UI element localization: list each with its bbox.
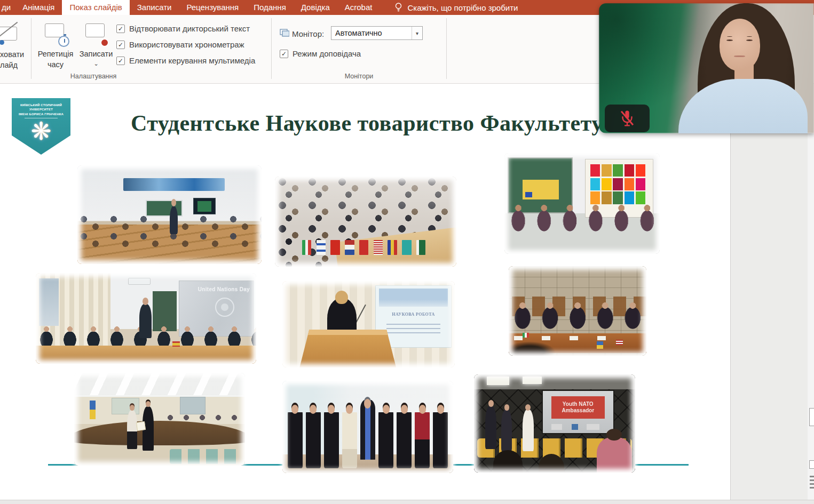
monitor-label: Монітор: bbox=[292, 29, 324, 38]
hide-slide-icon bbox=[0, 23, 19, 47]
play-narrations-checkbox-row: ✓ Відтворювати дикторський текст bbox=[116, 24, 250, 33]
un-day-caption: United Nations Day bbox=[198, 286, 250, 292]
media-controls-label: Елементи керування мультимедіа bbox=[129, 56, 255, 65]
slide-photo-panel-flags[interactable] bbox=[509, 266, 646, 356]
next-slide-buttons[interactable] bbox=[810, 476, 814, 490]
slide-photo-sdg-discussion[interactable] bbox=[504, 153, 660, 254]
university-logo[interactable]: КИЇВСЬКИЙ СТОЛИЧНИЙ УНІВЕРСИТЕТ ІМЕНІ БО… bbox=[12, 98, 70, 155]
rehearse-timings-icon bbox=[44, 22, 67, 46]
scrollbar-thumb[interactable] bbox=[809, 408, 814, 426]
media-controls-checkbox-row: ✓ Елементи керування мультимедіа bbox=[116, 56, 255, 65]
status-bar-edge bbox=[0, 500, 814, 504]
tell-me-label: Скажіть, що потрібно зробити bbox=[407, 3, 518, 12]
ribbon-group-divider bbox=[271, 18, 272, 79]
webcam-video-overlay bbox=[599, 3, 814, 133]
media-controls-checkbox[interactable]: ✓ bbox=[116, 57, 125, 65]
play-narrations-label: Відтворювати дикторський текст bbox=[129, 24, 250, 33]
monitor-dropdown-value: Автоматично bbox=[331, 29, 412, 37]
slide-photo-group-photo[interactable] bbox=[282, 381, 453, 473]
monitors-group-label: Монітори bbox=[299, 73, 419, 80]
ribbon-divider bbox=[31, 18, 31, 79]
un-emblem-icon bbox=[215, 298, 234, 317]
slide-side-panel bbox=[730, 84, 808, 500]
tab-help[interactable]: Довідка bbox=[294, 0, 337, 15]
slide-title[interactable]: Студентське Наукове товариство Факультет… bbox=[131, 110, 603, 136]
slide-photo-lecture-hall[interactable] bbox=[77, 165, 262, 264]
hide-slide-label-line2: лайд bbox=[0, 61, 18, 69]
record-slideshow-button[interactable]: Записати ⌄ bbox=[79, 21, 113, 67]
scrollbar-button[interactable] bbox=[809, 460, 814, 469]
use-timings-checkbox[interactable]: ✓ bbox=[116, 41, 125, 49]
tab-slideshow[interactable]: Показ слайдів bbox=[62, 0, 129, 15]
ribbon-group-divider bbox=[446, 18, 447, 79]
slide-photo-flags-audience[interactable] bbox=[275, 177, 456, 267]
slide-photo-nato-event[interactable]: Youth NATO Ambassador bbox=[474, 374, 635, 473]
logo-text-line1: КИЇВСЬКИЙ СТОЛИЧНИЙ УНІВЕРСИТЕТ bbox=[12, 103, 70, 112]
logo-starburst: ❋ bbox=[12, 118, 70, 144]
chevron-down-icon: ⌄ bbox=[79, 61, 113, 67]
mic-muted-button[interactable] bbox=[605, 105, 650, 132]
play-narrations-checkbox[interactable]: ✓ bbox=[116, 25, 125, 33]
presenter-view-checkbox-row: ✓ Режим доповідача bbox=[280, 49, 361, 58]
projected-slide-caption: НАУКОВА РОБОТА bbox=[381, 311, 446, 318]
tab-animation[interactable]: Анімація bbox=[15, 0, 62, 15]
slide-photo-award-ceremony[interactable] bbox=[74, 373, 245, 466]
monitor-icon bbox=[280, 29, 289, 37]
slide-canvas[interactable]: КИЇВСЬКИЙ СТОЛИЧНИЙ УНІВЕРСИТЕТ ІМЕНІ БО… bbox=[0, 84, 730, 500]
tell-me-search[interactable]: Скажіть, що потрібно зробити bbox=[394, 0, 518, 15]
tab-transitions-partial[interactable]: ди bbox=[0, 0, 15, 15]
settings-group-label: Налаштування bbox=[32, 73, 155, 80]
tab-review[interactable]: Рецензування bbox=[179, 0, 246, 15]
slide-photo-un-day[interactable]: United Nations Day bbox=[36, 273, 256, 364]
nato-slide-caption: Youth NATO Ambassador bbox=[552, 401, 604, 414]
tab-acrobat[interactable]: Acrobat bbox=[337, 0, 380, 15]
mic-muted-icon bbox=[619, 109, 635, 127]
monitor-dropdown[interactable]: Автоматично ▾ bbox=[331, 26, 423, 40]
tab-view[interactable]: Подання bbox=[246, 0, 294, 15]
use-timings-label: Використовувати хронометраж bbox=[129, 40, 244, 49]
lightbulb-icon bbox=[394, 2, 402, 13]
presenter-view-checkbox[interactable]: ✓ bbox=[280, 50, 288, 58]
hide-slide-label-line1: ховати bbox=[0, 50, 24, 59]
record-slideshow-icon bbox=[84, 22, 108, 46]
hide-slide-button[interactable]: ховати лайд bbox=[0, 15, 31, 81]
use-timings-checkbox-row: ✓ Використовувати хронометраж bbox=[116, 40, 244, 49]
slide-photo-podium-speech[interactable]: НАУКОВА РОБОТА bbox=[282, 281, 455, 367]
rehearse-timings-button[interactable]: Репетиціячасу bbox=[33, 21, 78, 70]
presenter-view-label: Режим доповідача bbox=[293, 49, 361, 58]
tab-record[interactable]: Записати bbox=[130, 0, 179, 15]
vertical-scrollbar[interactable] bbox=[808, 84, 814, 500]
logo-text-line2: ІМЕНІ БОРИСА ГРІНЧЕНКА bbox=[12, 112, 70, 116]
dropdown-arrow-icon[interactable]: ▾ bbox=[412, 27, 422, 39]
application-window: ди Анімація Показ слайдів Записати Рецен… bbox=[0, 0, 814, 504]
